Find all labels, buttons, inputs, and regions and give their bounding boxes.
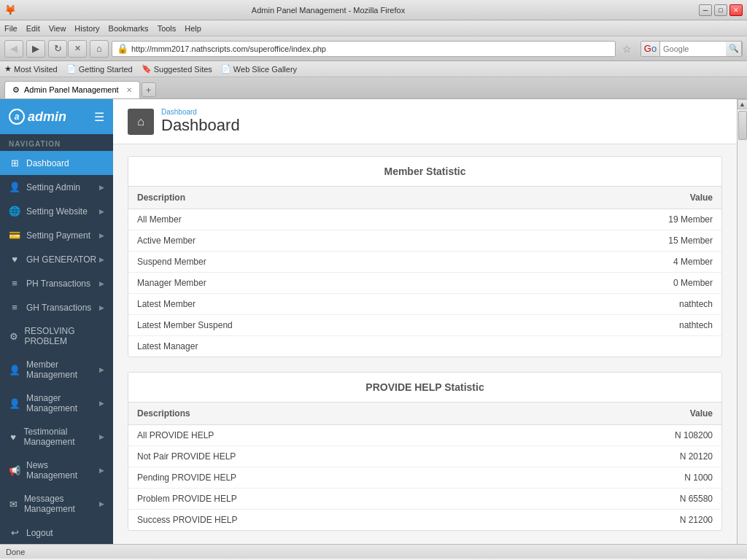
ph-row-value: N 21200 (532, 510, 721, 531)
member-col-description: Description (128, 187, 511, 209)
new-tab-button[interactable]: + (142, 82, 156, 97)
member-row-value: nathtech (511, 315, 721, 336)
menu-file[interactable]: File (4, 24, 18, 33)
home-icon: ⌂ (137, 115, 144, 128)
bookmark-web-slice[interactable]: 📄 Web Slice Gallery (221, 64, 297, 74)
sidebar-item-dashboard[interactable]: ⊞ Dashboard (0, 151, 113, 175)
ph-row-description: Problem PROVIDE HELP (128, 489, 532, 510)
tab-close-button[interactable]: ✕ (126, 86, 132, 94)
member-row-value: nathtech (511, 294, 721, 315)
nav-section-label: NAVIGATION (0, 134, 113, 151)
home-button[interactable]: ⌂ (90, 40, 109, 58)
tab-bar: ⚙ Admin Panel Management ✕ + (0, 77, 747, 99)
setting-admin-icon: 👤 (9, 182, 20, 192)
sidebar-item-testimonial-management[interactable]: ♥ Testimonial Management ▶ (0, 420, 113, 454)
sidebar-item-manager-management[interactable]: 👤 Manager Management ▶ (0, 386, 113, 420)
close-button[interactable]: ✕ (729, 4, 743, 16)
bookmark-most-visited[interactable]: ★ Most Visited (4, 64, 58, 74)
minimize-button[interactable]: ─ (699, 4, 712, 16)
ph-transactions-arrow: ▶ (99, 280, 104, 287)
sidebar-item-logout[interactable]: ↩ Logout (0, 521, 113, 544)
member-row-description: Manager Member (128, 273, 511, 294)
web-slice-icon: 📄 (221, 64, 231, 74)
stop-button[interactable]: ✕ (68, 40, 87, 58)
table-row: Latest Manager (128, 336, 721, 357)
sidebar-header: a admin ☰ (0, 99, 113, 134)
manager-management-icon: 👤 (9, 398, 20, 409)
sidebar-item-gh-generator[interactable]: ♥ GH GENERATOR ▶ (0, 247, 113, 271)
sidebar-item-ph-transactions[interactable]: ≡ PH Transactions ▶ (0, 271, 113, 295)
google-search-input[interactable] (660, 42, 726, 56)
bookmarks-bar: ★ Most Visited 📄 Getting Started 🔖 Sugge… (0, 61, 747, 77)
ph-row-description: Pending PROVIDE HELP (128, 467, 532, 489)
menu-edit[interactable]: Edit (26, 24, 40, 33)
sidebar-item-setting-payment[interactable]: 💳 Setting Payment ▶ (0, 223, 113, 247)
tab-admin-panel[interactable]: ⚙ Admin Panel Management ✕ (4, 81, 140, 98)
sidebar-item-news-management[interactable]: 📢 News Management ▶ (0, 454, 113, 487)
provide-help-statistic-section: PROVIDE HELP Statistic Descriptions Valu… (128, 372, 722, 531)
table-row: All PROVIDE HELPN 108200 (128, 425, 721, 446)
member-row-value: 19 Member (511, 209, 721, 230)
sidebar-item-setting-website[interactable]: 🌐 Setting Website ▶ (0, 199, 113, 223)
address-bar[interactable]: 🔒 http://mmm2017.nathscripts.com/superof… (112, 41, 616, 57)
sidebar: a admin ☰ NAVIGATION ⊞ Dashboard 👤 Setti… (0, 99, 113, 544)
news-icon: 📢 (9, 465, 20, 476)
menu-help[interactable]: Help (185, 24, 201, 33)
menu-tools[interactable]: Tools (158, 24, 177, 33)
ph-row-description: Success PROVIDE HELP (128, 510, 532, 531)
bookmark-suggested-sites[interactable]: 🔖 Suggested Sites (142, 64, 212, 74)
getting-started-label: Getting Started (79, 65, 133, 74)
reload-button[interactable]: ↻ (48, 40, 67, 58)
dashboard-icon: ⊞ (9, 158, 20, 168)
resolving-problem-icon: ⚙ (9, 331, 18, 342)
setting-website-arrow: ▶ (99, 208, 104, 215)
page-content-wrapper: a admin ☰ NAVIGATION ⊞ Dashboard 👤 Setti… (0, 99, 747, 544)
menu-view[interactable]: View (49, 24, 66, 33)
sidebar-item-label-messages: Messages Management (24, 494, 99, 514)
sidebar-item-label-gh-generator: GH GENERATOR (26, 254, 96, 265)
sidebar-item-label-resolving-problem: RESOLVING PROBLEM (24, 326, 104, 346)
sidebar-item-member-management[interactable]: 👤 Member Management ▶ (0, 353, 113, 386)
member-row-value: 4 Member (511, 252, 721, 273)
scroll-thumb[interactable] (738, 111, 747, 140)
browser-menubar: File Edit View History Bookmarks Tools H… (0, 20, 747, 36)
news-arrow: ▶ (99, 467, 104, 474)
member-statistic-table: Description Value All Member19 MemberAct… (128, 187, 721, 357)
member-row-description: Active Member (128, 230, 511, 252)
bookmark-star[interactable]: ☆ (619, 41, 635, 57)
menu-bookmarks[interactable]: Bookmarks (109, 24, 149, 33)
sidebar-logo: a admin (9, 109, 66, 125)
table-row: All Member19 Member (128, 209, 721, 230)
sidebar-item-setting-admin[interactable]: 👤 Setting Admin ▶ (0, 175, 113, 199)
forward-button[interactable]: ▶ (26, 40, 45, 58)
sidebar-item-label-dashboard: Dashboard (26, 158, 69, 168)
suggested-sites-icon: 🔖 (142, 64, 152, 74)
ph-row-value: N 108200 (532, 425, 721, 446)
window-controls: ─ □ ✕ (699, 4, 743, 16)
sidebar-item-label-ph-transactions: PH Transactions (26, 279, 90, 289)
most-visited-icon: ★ (4, 64, 12, 74)
sidebar-toggle-button[interactable]: ☰ (94, 110, 104, 124)
ph-row-value: N 20120 (532, 446, 721, 467)
table-row: Latest Member Suspendnathtech (128, 315, 721, 336)
browser-title: Admin Panel Management - Mozilla Firefox (20, 6, 636, 15)
scroll-up-arrow[interactable]: ▲ (738, 99, 748, 109)
scrollbar[interactable]: ▲ (737, 99, 747, 544)
sidebar-item-resolving-problem[interactable]: ⚙ RESOLVING PROBLEM (0, 319, 113, 353)
ph-row-value: N 1000 (532, 467, 721, 489)
status-text: Done (6, 548, 25, 556)
gh-generator-arrow: ▶ (99, 256, 104, 263)
breadcrumb-link[interactable]: Dashboard (161, 108, 197, 116)
menu-history[interactable]: History (74, 24, 99, 33)
sidebar-item-messages-management[interactable]: ✉ Messages Management ▶ (0, 487, 113, 521)
google-search-button[interactable]: 🔍 (726, 41, 742, 57)
bookmark-getting-started[interactable]: 📄 Getting Started (66, 64, 133, 74)
testimonial-arrow: ▶ (99, 433, 104, 440)
member-management-arrow: ▶ (99, 366, 104, 373)
back-button[interactable]: ◀ (4, 40, 23, 58)
messages-arrow: ▶ (99, 500, 104, 508)
sidebar-item-gh-transactions[interactable]: ≡ GH Transactions ▶ (0, 295, 113, 319)
sidebar-item-label-setting-website: Setting Website (26, 206, 88, 217)
table-row: Active Member15 Member (128, 230, 721, 252)
maximize-button[interactable]: □ (714, 4, 727, 16)
